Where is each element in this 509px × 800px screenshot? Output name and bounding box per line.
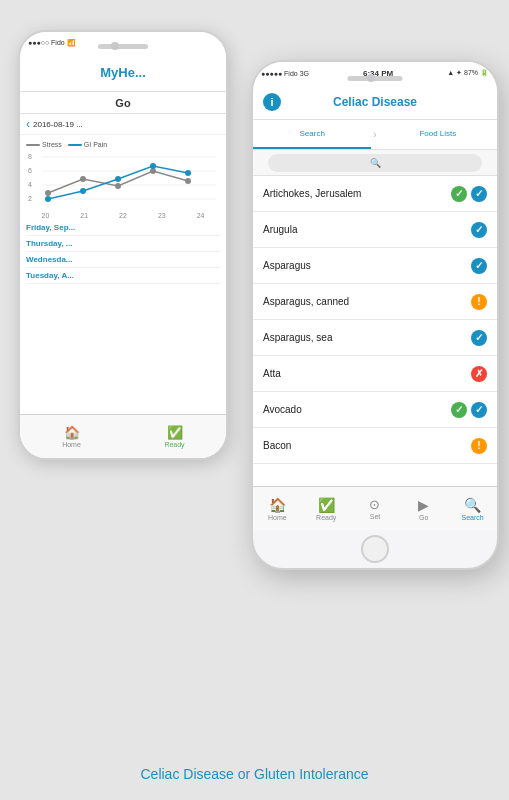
icon-orange-3: ! [471,294,487,310]
event-item[interactable]: Thursday, ... [26,239,220,252]
battery-fg: ▲ ✦ 87% 🔋 [447,69,489,77]
food-item-2[interactable]: Asparagus ✓ [253,248,497,284]
food-item-0[interactable]: Artichokes, Jerusalem ✓ ✓ [253,176,497,212]
tabs-row-fg: Search › Food Lists [253,120,497,150]
tab-food-lists-fg[interactable]: Food Lists [379,120,497,149]
food-name-1: Arugula [263,224,471,235]
food-name-6: Avocado [263,404,451,415]
icon-blue-6: ✓ [471,402,487,418]
tab-search-fg-bar[interactable]: 🔍 Search [448,497,497,521]
statusbar-bg: ●●●○○ Fido 📶 [20,32,226,54]
icon-blue-0: ✓ [471,186,487,202]
page-title-fg: Celiac Disease [333,95,417,109]
food-icons-3: ! [471,294,487,310]
home-icon-fg-bar: 🏠 [269,497,286,513]
event-item[interactable]: Wednesda... [26,255,220,268]
tab-set-label-fg: Set [370,513,381,520]
icon-blue-1: ✓ [471,222,487,238]
chart-area-bg: Stress GI Pain 8 6 4 2 [20,137,226,414]
icon-blue-2: ✓ [471,258,487,274]
tab-set-fg[interactable]: ⊙ Set [351,497,400,520]
chart-dates: 2021222324 [26,212,220,219]
food-item-3[interactable]: Asparagus, canned ! [253,284,497,320]
set-icon-fg: ⊙ [369,497,380,512]
search-bar-fg[interactable]: 🔍 [253,150,497,176]
statusbar-fg: ●●●●● Fido 3G 6:34 PM ▲ ✦ 87% 🔋 [253,62,497,84]
food-name-2: Asparagus [263,260,471,271]
home-button-fg[interactable] [361,535,389,563]
ready-icon-bg: ✅ [167,425,183,440]
food-icons-5: ✗ [471,366,487,382]
food-icons-7: ! [471,438,487,454]
tab-home-bg[interactable]: 🏠 Home [20,425,123,448]
caption: Celiac Disease or Gluten Intolerance [0,766,509,782]
food-item-5[interactable]: Atta ✗ [253,356,497,392]
svg-point-9 [80,176,86,182]
tab-ready-fg[interactable]: ✅ Ready [302,497,351,521]
search-icon-fg: 🔍 [370,158,381,168]
time-fg: 6:34 PM [363,69,393,78]
food-item-1[interactable]: Arugula ✓ [253,212,497,248]
food-list-fg: Artichokes, Jerusalem ✓ ✓ Arugula ✓ Aspa… [253,176,497,486]
tabbar-bg: 🏠 Home ✅ Ready [20,414,226,458]
food-icons-1: ✓ [471,222,487,238]
food-item-4[interactable]: Asparagus, sea ✓ [253,320,497,356]
food-icons-4: ✓ [471,330,487,346]
food-icons-0: ✓ ✓ [451,186,487,202]
svg-text:4: 4 [28,181,32,188]
tab-home-label-fg: Home [268,514,287,521]
tab-ready-label-bg: Ready [164,441,184,448]
phone-background: ●●●○○ Fido 📶 MyHe... Go ‹ 2016-08-19 ... [18,30,228,460]
tab-home-label-bg: Home [62,441,81,448]
food-item-6[interactable]: Avocado ✓ ✓ [253,392,497,428]
tab-go-fg[interactable]: ▶ Go [399,497,448,521]
food-name-7: Bacon [263,440,471,451]
event-item[interactable]: Tuesday, A... [26,271,220,284]
tab-ready-bg[interactable]: ✅ Ready [123,425,226,448]
scene: ●●●○○ Fido 📶 MyHe... Go ‹ 2016-08-19 ... [0,0,509,800]
legend-stress: Stress [26,141,62,148]
signal-fg: ●●●●● Fido 3G [261,70,309,77]
svg-point-12 [185,178,191,184]
go-label-bg: Go [115,97,130,109]
tab-divider: › [371,120,378,149]
svg-point-10 [115,183,121,189]
chart-svg: 8 6 4 2 [26,151,220,211]
go-icon-fg: ▶ [418,497,429,513]
navbar-bg: MyHe... [20,54,226,92]
phone-foreground: ●●●●● Fido 3G 6:34 PM ▲ ✦ 87% 🔋 i Celiac… [251,60,499,570]
food-icons-2: ✓ [471,258,487,274]
svg-point-13 [45,196,51,202]
svg-point-14 [80,188,86,194]
food-name-4: Asparagus, sea [263,332,471,343]
tab-home-fg[interactable]: 🏠 Home [253,497,302,521]
icon-green-0: ✓ [451,186,467,202]
svg-text:6: 6 [28,167,32,174]
icon-blue-4: ✓ [471,330,487,346]
date-nav-text-bg: 2016-08-19 ... [33,120,83,129]
tabbar-fg: 🏠 Home ✅ Ready ⊙ Set ▶ Go 🔍 Search [253,486,497,530]
food-icons-6: ✓ ✓ [451,402,487,418]
back-arrow-bg[interactable]: ‹ [26,117,30,131]
home-icon-bg: 🏠 [64,425,80,440]
svg-point-15 [115,176,121,182]
tab-search-fg[interactable]: Search [253,120,371,149]
svg-text:8: 8 [28,153,32,160]
signal-bg: ●●●○○ Fido 📶 [28,39,76,47]
tab-go-label-fg: Go [419,514,428,521]
event-item[interactable]: Friday, Sep... [26,223,220,236]
icon-orange-7: ! [471,438,487,454]
food-name-3: Asparagus, canned [263,296,471,307]
tab-ready-label-fg: Ready [316,514,336,521]
info-icon-fg[interactable]: i [263,93,281,111]
food-item-7[interactable]: Bacon ! [253,428,497,464]
icon-green-6: ✓ [451,402,467,418]
search-icon-fg-bar: 🔍 [464,497,481,513]
svg-text:2: 2 [28,195,32,202]
icon-red-5: ✗ [471,366,487,382]
ready-icon-fg-bar: ✅ [318,497,335,513]
svg-point-17 [185,170,191,176]
navbar-fg: i Celiac Disease [253,84,497,120]
food-name-5: Atta [263,368,471,379]
event-list-bg: Friday, Sep... Thursday, ... Wednesda...… [26,223,220,284]
